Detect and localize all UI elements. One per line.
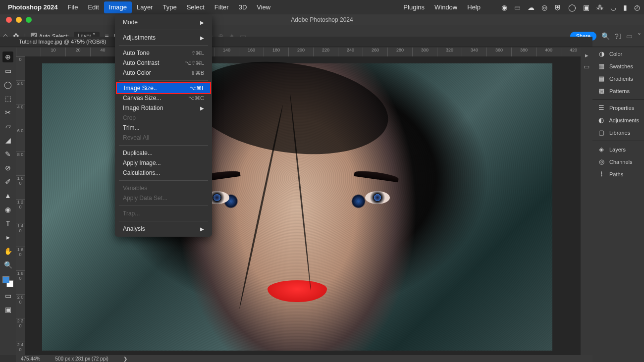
ruler-horizontal[interactable]: 1020406080100120140160180200220240260280… [16, 48, 592, 56]
panel-tabwell: ▸ ▭ [581, 48, 592, 362]
cloud-icon[interactable]: ☁ [528, 3, 535, 11]
record-icon[interactable]: ◉ [501, 3, 507, 11]
menuitem-trim-[interactable]: Trim... [115, 123, 212, 133]
menuitem-apply-image-[interactable]: Apply Image... [115, 158, 212, 168]
tool-9[interactable]: ✐ [2, 176, 13, 187]
panel-layers[interactable]: ◈Layers [592, 143, 644, 155]
color-swatches[interactable] [2, 276, 13, 287]
panel-libraries[interactable]: ▢Libraries [592, 126, 644, 139]
tool-12[interactable]: T [2, 218, 13, 229]
document-tab[interactable]: Tutorial Image.jpg @ 475% (RGB/8) [0, 37, 592, 47]
menuitem-trap-: Trap... [115, 208, 212, 218]
paths-icon: ⌇ [597, 170, 605, 178]
app-icon[interactable]: ▣ [583, 3, 590, 11]
panel-properties[interactable]: ☰Properties [592, 102, 644, 114]
menu-filter[interactable]: Filter [210, 1, 234, 13]
tool-13[interactable]: ▸ [2, 232, 13, 243]
menu-plugins[interactable]: Plugins [398, 1, 429, 13]
app-name: Photoshop 2024 [8, 3, 57, 11]
doc-dimensions[interactable]: 500 px x 281 px (72 ppi) [55, 356, 108, 362]
menu-3d[interactable]: 3D [234, 1, 252, 13]
tool-14[interactable]: ✋ [2, 246, 13, 257]
window-titlebar: Adobe Photoshop 2024 [0, 14, 644, 25]
battery-icon[interactable]: ▮ [623, 3, 627, 11]
menu-file[interactable]: File [62, 1, 83, 13]
tool-15[interactable]: 🔍 [2, 259, 13, 270]
panel-patterns[interactable]: ▩Patterns [592, 85, 644, 97]
control-center-icon[interactable]: ◴ [634, 3, 640, 11]
tool-11[interactable]: ◉ [2, 204, 13, 215]
gradients-icon: ▤ [597, 75, 605, 82]
tool-8[interactable]: ⊘ [2, 162, 13, 173]
tool-7[interactable]: ✎ [2, 149, 13, 159]
menu-image[interactable]: Image [104, 1, 132, 13]
patterns-icon: ▩ [597, 87, 605, 95]
menuitem-variables: Variables [115, 183, 212, 193]
panel-gradients[interactable]: ▤Gradients [592, 72, 644, 85]
menuitem-image-rotation[interactable]: Image Rotation▶ [115, 103, 212, 113]
menuitem-reveal-all: Reveal All [115, 133, 212, 143]
menuitem-analysis[interactable]: Analysis▶ [115, 224, 212, 234]
workspace-icon[interactable]: ▭ [626, 32, 633, 40]
libraries-icon: ▢ [597, 129, 605, 136]
mode-toggle-0[interactable]: ▭ [2, 290, 13, 301]
help-icon[interactable]: ?⃝ [615, 32, 621, 40]
status-chevron-icon[interactable]: ❯ [123, 356, 127, 362]
panel-swatches[interactable]: ▦Swatches [592, 60, 644, 72]
bluetooth-icon[interactable]: ⁂ [596, 3, 603, 11]
panel-color[interactable]: ◑Color [592, 48, 644, 60]
shield-icon[interactable]: ⛨ [554, 3, 561, 11]
wifi-icon[interactable]: ◡ [610, 3, 616, 11]
menuitem-calculations-[interactable]: Calculations... [115, 168, 212, 178]
swatches-icon: ▦ [597, 62, 605, 70]
menuitem-duplicate-[interactable]: Duplicate... [115, 148, 212, 158]
tool-1[interactable]: ▭ [2, 65, 13, 76]
tool-2[interactable]: ◯ [2, 79, 13, 90]
menuitem-adjustments[interactable]: Adjustments▶ [115, 33, 212, 43]
window-title: Adobe Photoshop 2024 [291, 16, 353, 23]
traffic-lights[interactable] [6, 17, 32, 23]
menuitem-crop: Crop [115, 113, 212, 123]
panel-paths[interactable]: ⌇Paths [592, 168, 644, 180]
panel-channels[interactable]: ◎Channels [592, 155, 644, 168]
canvas-area[interactable] [25, 56, 592, 355]
menuitem-auto-tone[interactable]: Auto Tone⇧⌘L [115, 48, 212, 58]
tool-10[interactable]: ▲ [2, 190, 13, 201]
maximize-window-button[interactable] [26, 17, 32, 23]
search-icon[interactable]: 🔍 [601, 32, 610, 40]
menu-edit[interactable]: Edit [83, 1, 104, 13]
workspace-chevron-icon[interactable]: ˅ [638, 32, 641, 40]
sync-icon[interactable]: ◯ [568, 3, 576, 11]
tool-3[interactable]: ⬚ [2, 93, 13, 104]
menu-view[interactable]: View [252, 1, 275, 13]
zoom-value[interactable]: 475.44% [21, 356, 40, 362]
status-bar: 475.44% 500 px x 281 px (72 ppi) ❯ [16, 355, 592, 362]
tool-6[interactable]: ◢ [2, 135, 13, 146]
menu-window[interactable]: Window [429, 1, 462, 13]
menu-layer[interactable]: Layer [132, 1, 158, 13]
mode-toggle-1[interactable]: ▣ [2, 304, 13, 315]
panel-adjustments[interactable]: ◐Adjustments [592, 114, 644, 126]
tool-0[interactable]: ⊕ [2, 52, 13, 62]
cc-icon[interactable]: ◎ [541, 3, 547, 11]
panels-dock: ◑Color▦Swatches▤Gradients▩Patterns☰Prope… [592, 48, 644, 362]
minimize-window-button[interactable] [16, 17, 22, 23]
menuitem-auto-color[interactable]: Auto Color⇧⌘B [115, 68, 212, 78]
menu-help[interactable]: Help [462, 1, 485, 13]
menuitem-image-size-[interactable]: Image Size..⌥⌘I [116, 82, 211, 94]
ruler-vertical[interactable]: 02 04 06 08 01 0 01 2 01 4 01 6 01 8 02 … [16, 56, 25, 355]
toolbox: ⊕▭◯⬚✂▱◢✎⊘✐▲◉T▸✋🔍▭▣ [0, 48, 16, 355]
menu-select[interactable]: Select [182, 1, 210, 13]
menuitem-auto-contrast[interactable]: Auto Contrast⌥⇧⌘L [115, 58, 212, 68]
menuitem-canvas-size-[interactable]: Canvas Size...⌥⌘C [115, 93, 212, 103]
menu-type[interactable]: Type [158, 1, 181, 13]
tabwell-icon-1[interactable]: ▸ [585, 52, 589, 59]
tool-5[interactable]: ▱ [2, 121, 13, 132]
close-window-button[interactable] [6, 17, 12, 23]
tool-4[interactable]: ✂ [2, 107, 13, 118]
adjustments-icon: ◐ [597, 116, 605, 124]
layers-icon: ◈ [597, 146, 605, 153]
tabwell-icon-2[interactable]: ▭ [584, 63, 590, 70]
desktop-icon[interactable]: ▭ [514, 3, 521, 11]
menuitem-mode[interactable]: Mode▶ [115, 17, 212, 27]
